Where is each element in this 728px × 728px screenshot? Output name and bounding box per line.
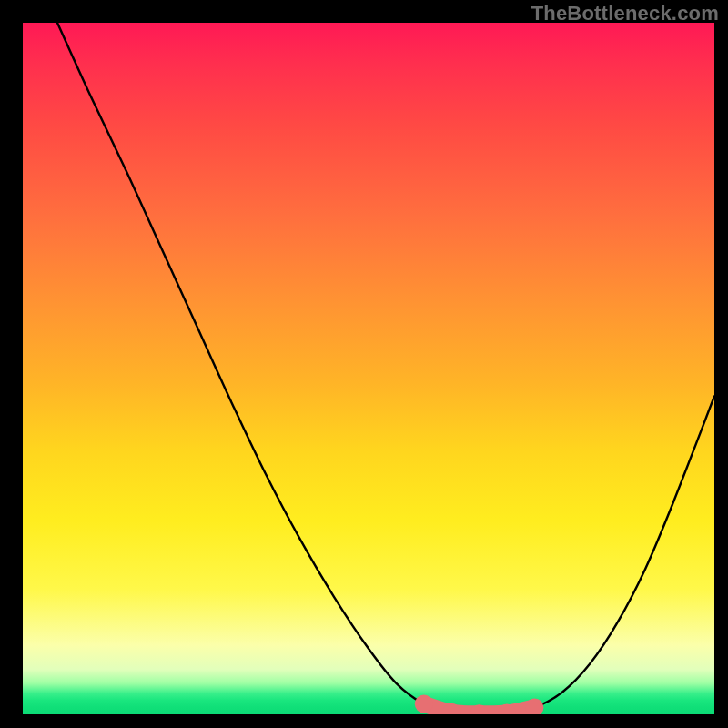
bottleneck-curve-group — [57, 23, 714, 714]
watermark-text: TheBottleneck.com — [531, 2, 719, 25]
plot-area — [23, 23, 714, 714]
bottleneck-curve — [57, 23, 714, 713]
optimal-range-dot — [415, 695, 433, 713]
chart-frame: TheBottleneck.com — [0, 0, 728, 728]
curve-layer — [23, 23, 714, 714]
